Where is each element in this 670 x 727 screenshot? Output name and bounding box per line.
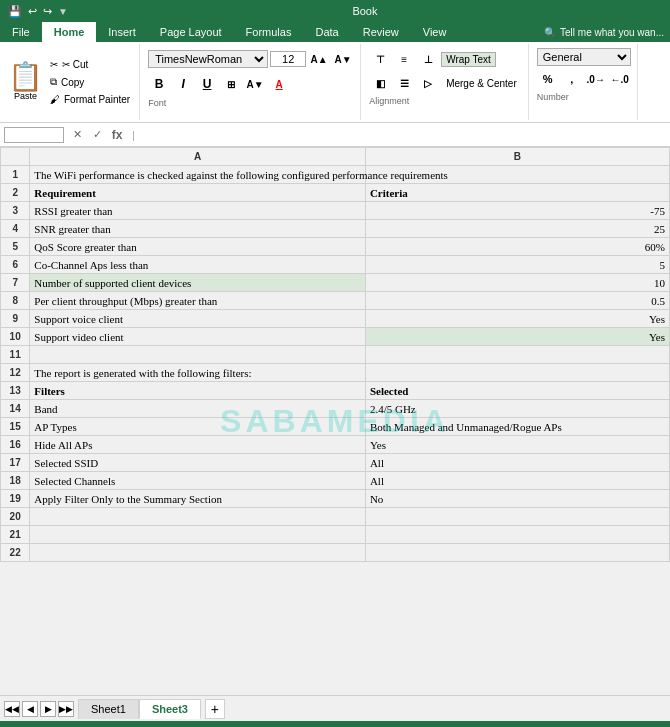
align-right-button[interactable]: ▷ xyxy=(417,72,439,94)
cell-b4[interactable]: 25 xyxy=(365,220,669,238)
cell-b14[interactable]: 2.4/5 GHz xyxy=(365,400,669,418)
cell-b18[interactable]: All xyxy=(365,472,669,490)
col-header-b[interactable]: B xyxy=(365,148,669,166)
cell-a14[interactable]: Band xyxy=(30,400,366,418)
cell-b16[interactable]: Yes xyxy=(365,436,669,454)
formula-input[interactable]: Yes xyxy=(141,128,666,142)
number-format-select[interactable]: General xyxy=(537,48,631,66)
redo-icon[interactable]: ↪ xyxy=(43,5,52,18)
align-top-button[interactable]: ⊤ xyxy=(369,48,391,70)
cell-a6[interactable]: Co-Channel Aps less than xyxy=(30,256,366,274)
sheet-next-btn[interactable]: ▶ xyxy=(40,701,56,717)
cell-b19[interactable]: No xyxy=(365,490,669,508)
cell-a5[interactable]: QoS Score greater than xyxy=(30,238,366,256)
decrease-font-button[interactable]: A▼ xyxy=(332,48,354,70)
cell-a3[interactable]: RSSI greater than xyxy=(30,202,366,220)
cell-b2[interactable]: Criteria xyxy=(365,184,669,202)
sheet-last-btn[interactable]: ▶▶ xyxy=(58,701,74,717)
font-size-input[interactable] xyxy=(270,51,306,67)
add-sheet-button[interactable]: + xyxy=(205,699,225,719)
number-group: General % , .0→ ←.0 Number xyxy=(531,44,638,120)
row-header-12: 12 xyxy=(1,364,30,382)
sheet-tab-sheet3[interactable]: Sheet3 xyxy=(139,699,201,719)
tab-home[interactable]: Home xyxy=(42,22,97,42)
align-center-button[interactable]: ☰ xyxy=(393,72,415,94)
cell-a10[interactable]: Support video client xyxy=(30,328,366,346)
comma-button[interactable]: , xyxy=(561,68,583,90)
cell-a2[interactable]: Requirement xyxy=(30,184,366,202)
number-group-label: Number xyxy=(537,92,631,102)
cell-b15[interactable]: Both Managed and Unmanaged/Rogue APs xyxy=(365,418,669,436)
align-bottom-button[interactable]: ⊥ xyxy=(417,48,439,70)
cell-a9[interactable]: Support voice client xyxy=(30,310,366,328)
tab-formulas[interactable]: Formulas xyxy=(234,22,304,42)
cell-b13[interactable]: Selected xyxy=(365,382,669,400)
wrap-text-button[interactable]: Wrap Text xyxy=(441,52,496,67)
cell-b11[interactable] xyxy=(365,346,669,364)
cell-b7[interactable]: 10 xyxy=(365,274,669,292)
percent-button[interactable]: % xyxy=(537,68,559,90)
paste-button[interactable]: 📋 Paste xyxy=(8,46,43,118)
cell-b5[interactable]: 60% xyxy=(365,238,669,256)
cell-b6[interactable]: 5 xyxy=(365,256,669,274)
col-header-a[interactable]: A xyxy=(30,148,366,166)
tab-file[interactable]: File xyxy=(0,22,42,42)
italic-button[interactable]: I xyxy=(172,73,194,95)
tab-page-layout[interactable]: Page Layout xyxy=(148,22,234,42)
tab-data[interactable]: Data xyxy=(303,22,350,42)
cell-b8[interactable]: 0.5 xyxy=(365,292,669,310)
fill-color-button[interactable]: A▼ xyxy=(244,73,266,95)
cell-a15[interactable]: AP Types xyxy=(30,418,366,436)
format-painter-button[interactable]: 🖌 Format Painter xyxy=(45,92,135,107)
cell-b3[interactable]: -75 xyxy=(365,202,669,220)
bold-button[interactable]: B xyxy=(148,73,170,95)
copy-button[interactable]: ⧉ Copy xyxy=(45,74,135,90)
font-row1: TimesNewRoman A▲ A▼ xyxy=(148,48,354,70)
cell-a1[interactable]: The WiFi performance is checked against … xyxy=(30,166,366,184)
cell-b9[interactable]: Yes xyxy=(365,310,669,328)
font-name-select[interactable]: TimesNewRoman xyxy=(148,50,268,68)
sheet-tab-sheet1[interactable]: Sheet1 xyxy=(78,699,139,719)
cell-b10[interactable]: Yes xyxy=(365,328,669,346)
cell-a13[interactable]: Filters xyxy=(30,382,366,400)
tell-me[interactable]: 🔍 Tell me what you wan... xyxy=(544,22,664,42)
cell-a22[interactable] xyxy=(30,544,366,562)
insert-function-icon[interactable]: fx xyxy=(108,126,126,144)
cell-a17[interactable]: Selected SSID xyxy=(30,454,366,472)
cell-b12[interactable] xyxy=(365,364,669,382)
cell-b20[interactable] xyxy=(365,508,669,526)
cell-a4[interactable]: SNR greater than xyxy=(30,220,366,238)
undo-icon[interactable]: ↩ xyxy=(28,5,37,18)
cell-a16[interactable]: Hide All APs xyxy=(30,436,366,454)
cut-button[interactable]: ✂ ✂ Cut xyxy=(45,57,135,72)
cell-a7[interactable]: Number of supported client devices xyxy=(30,274,366,292)
cancel-formula-icon[interactable]: ✕ xyxy=(68,126,86,144)
cell-reference-input[interactable]: B10 xyxy=(4,127,64,143)
save-icon[interactable]: 💾 xyxy=(8,5,22,18)
cell-a19[interactable]: Apply Filter Only to the Summary Section xyxy=(30,490,366,508)
border-button[interactable]: ⊞ xyxy=(220,73,242,95)
cell-b22[interactable] xyxy=(365,544,669,562)
cell-a20[interactable] xyxy=(30,508,366,526)
merge-center-button[interactable]: Merge & Center xyxy=(441,76,522,91)
confirm-formula-icon[interactable]: ✓ xyxy=(88,126,106,144)
cell-b21[interactable] xyxy=(365,526,669,544)
cell-b17[interactable]: All xyxy=(365,454,669,472)
font-color-button[interactable]: A xyxy=(268,73,290,95)
tab-insert[interactable]: Insert xyxy=(96,22,148,42)
align-middle-button[interactable]: ≡ xyxy=(393,48,415,70)
decrease-decimal-button[interactable]: ←.0 xyxy=(609,68,631,90)
tab-review[interactable]: Review xyxy=(351,22,411,42)
cell-a8[interactable]: Per client throughput (Mbps) greater tha… xyxy=(30,292,366,310)
cell-a18[interactable]: Selected Channels xyxy=(30,472,366,490)
cell-a21[interactable] xyxy=(30,526,366,544)
increase-font-button[interactable]: A▲ xyxy=(308,48,330,70)
sheet-prev-btn[interactable]: ◀ xyxy=(22,701,38,717)
align-left-button[interactable]: ◧ xyxy=(369,72,391,94)
increase-decimal-button[interactable]: .0→ xyxy=(585,68,607,90)
underline-button[interactable]: U xyxy=(196,73,218,95)
cell-a11[interactable] xyxy=(30,346,366,364)
tab-view[interactable]: View xyxy=(411,22,459,42)
sheet-first-btn[interactable]: ◀◀ xyxy=(4,701,20,717)
cell-a12[interactable]: The report is generated with the followi… xyxy=(30,364,366,382)
